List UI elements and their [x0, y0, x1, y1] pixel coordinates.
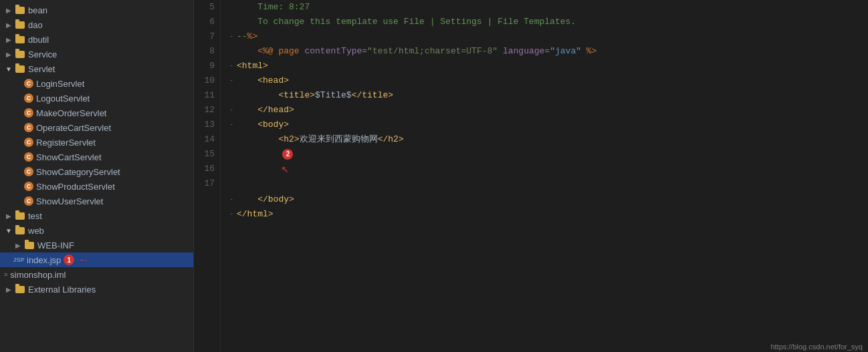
fold-marker: -: [226, 120, 237, 130]
sidebar-item-registerservlet[interactable]: C RegisterServlet: [0, 135, 193, 150]
red-arrow-1: ←: [78, 254, 89, 266]
sidebar-item-showcategoryservlet[interactable]: C ShowCategoryServlet: [0, 164, 193, 179]
line-text: <%@ page contentType="test/html;charset=…: [237, 44, 596, 59]
code-line-9: - <html>: [226, 59, 863, 73]
line-text: <h2>欢迎来到西蒙购物网</h2> 2 ↖: [237, 132, 404, 192]
arrow-icon: ▶: [13, 240, 23, 250]
fold-marker: [226, 157, 237, 168]
folder-icon: [15, 5, 25, 15]
annotation-badge-2: 2: [282, 149, 293, 160]
sidebar-item-label: index.jsp: [27, 255, 61, 265]
code-line-11: <title>$Title$</title>: [226, 88, 863, 103]
sidebar-item-label: bean: [28, 5, 47, 15]
code-line-8: <%@ page contentType="test/html;charset=…: [226, 44, 863, 59]
arrow-icon: ▼: [4, 64, 13, 73]
sidebar-item-web[interactable]: ▼ web: [0, 223, 193, 238]
line-text: Time: 8:27: [237, 0, 310, 15]
arrow-icon: ▶: [4, 285, 13, 294]
code-line-10: - <head>: [226, 73, 863, 88]
code-line-5: Time: 8:27: [226, 0, 863, 15]
line-numbers: 5 6 7 8 9 10 11 12 13 14 15 16 17: [194, 0, 221, 352]
arrow-icon: ▶: [4, 5, 13, 15]
fold-marker: [226, 46, 237, 57]
sidebar-item-label: RegisterServlet: [36, 138, 96, 148]
class-icon: C: [24, 79, 33, 88]
code-line-14: <h2>欢迎来到西蒙购物网</h2> 2 ↖: [226, 132, 863, 192]
folder-icon: [15, 35, 25, 44]
class-icon: C: [24, 182, 33, 191]
jsp-icon: JSP: [13, 255, 24, 265]
folder-icon: [15, 20, 25, 29]
folder-icon: [15, 285, 25, 294]
sidebar-item-test[interactable]: ▶ test: [0, 208, 193, 223]
sidebar-item-showproductservlet[interactable]: C ShowProductServlet: [0, 179, 193, 194]
annotation-badge-1: 1: [64, 254, 74, 265]
fold-marker: [226, 224, 237, 234]
line-text: </html>: [237, 207, 274, 222]
folder-icon: [15, 226, 25, 235]
line-text: </body>: [237, 192, 294, 207]
fold-marker: [226, 90, 237, 101]
folder-icon: [24, 240, 35, 250]
sidebar-item-label: LogoutServlet: [36, 94, 90, 104]
line-text: <title>$Title$</title>: [237, 88, 393, 103]
sidebar-item-service[interactable]: ▶ Service: [0, 47, 193, 61]
fold-marker: -: [226, 194, 237, 205]
folder-icon: [15, 211, 25, 220]
folder-icon: [15, 49, 25, 59]
sidebar-item-label: web: [28, 226, 44, 236]
sidebar-item-label: LoginServlet: [36, 79, 84, 89]
sidebar-item-label: simonshop.iml: [10, 270, 66, 280]
code-line-6: To change this template use File | Setti…: [226, 15, 863, 29]
sidebar-item-makeorderservlet[interactable]: C MakeOrderServlet: [0, 106, 193, 120]
sidebar-item-showuserservlet[interactable]: C ShowUserServlet: [0, 194, 193, 208]
code-line-13: - <body>: [226, 118, 863, 132]
code-line-16: - </html>: [226, 207, 863, 222]
fold-marker: [226, 17, 237, 27]
line-text: To change this template use File | Setti…: [237, 15, 576, 29]
sidebar-item-servlet[interactable]: ▼ Servlet: [0, 61, 193, 76]
code-content[interactable]: Time: 8:27 To change this template use F…: [221, 0, 868, 352]
fold-marker: [226, 2, 237, 13]
sidebar-item-label: ShowProductServlet: [36, 182, 115, 192]
sidebar-item-external-libraries[interactable]: ▶ External Libraries: [0, 282, 193, 297]
sidebar-item-label: MakeOrderServlet: [36, 108, 106, 118]
sidebar-item-label: Service: [28, 49, 57, 59]
sidebar-item-label: ShowUserServlet: [36, 196, 103, 206]
fold-marker: -: [226, 61, 237, 71]
line-text: --%>: [237, 29, 257, 44]
sidebar-item-showcartservlet[interactable]: C ShowCartServlet: [0, 150, 193, 164]
class-icon: C: [24, 167, 33, 176]
iml-icon: ≡: [4, 271, 7, 278]
line-text: </head>: [237, 103, 294, 118]
class-icon: C: [24, 196, 33, 206]
status-bar: https://blog.csdn.net/for_syq: [765, 341, 868, 352]
sidebar-item-index-jsp[interactable]: JSP index.jsp 1 ←: [0, 252, 193, 267]
sidebar-item-loginservlet[interactable]: C LoginServlet: [0, 76, 193, 91]
code-line-12: - </head>: [226, 103, 863, 118]
arrow-icon: ▶: [4, 35, 13, 44]
sidebar-item-logoutservlet[interactable]: C LogoutServlet: [0, 91, 193, 106]
sidebar-item-label: ShowCartServlet: [36, 152, 102, 162]
red-arrow-2: ↖: [281, 162, 288, 176]
class-icon: C: [24, 123, 33, 132]
class-icon: C: [24, 94, 33, 103]
arrow-icon: ▼: [4, 226, 13, 235]
file-tree: ▶ bean ▶ dao ▶ dbutil ▶ Service ▼ Servle…: [0, 0, 194, 352]
fold-marker: -: [226, 75, 237, 86]
sidebar-item-label: External Libraries: [28, 285, 96, 295]
sidebar-item-label: Servlet: [28, 64, 55, 74]
sidebar-item-label: dbutil: [28, 35, 49, 45]
code-line-17: [226, 222, 863, 236]
sidebar-item-webinf[interactable]: ▶ WEB-INF: [0, 238, 193, 252]
fold-marker: -: [226, 31, 237, 42]
sidebar-item-label: OperateCartServlet: [36, 123, 111, 133]
sidebar-item-bean[interactable]: ▶ bean: [0, 3, 193, 17]
sidebar-item-operatecartservlet[interactable]: C OperateCartServlet: [0, 120, 193, 135]
sidebar-item-dbutil[interactable]: ▶ dbutil: [0, 32, 193, 47]
line-text: <body>: [237, 118, 289, 132]
sidebar-item-dao[interactable]: ▶ dao: [0, 17, 193, 32]
sidebar-item-label: test: [28, 211, 42, 221]
sidebar-item-simonshop-iml[interactable]: ≡ simonshop.iml: [0, 267, 193, 282]
fold-marker: -: [226, 105, 237, 116]
